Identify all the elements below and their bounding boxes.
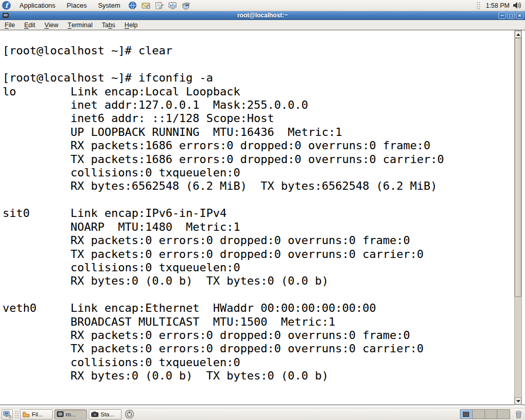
close-button[interactable]: ×: [516, 12, 523, 19]
menu-label: s: [112, 22, 115, 29]
maximize-button[interactable]: □: [507, 12, 515, 19]
spreadsheet-icon[interactable]: [181, 1, 191, 10]
terminal-output: [root@localhost ~]# clear [root@localhos…: [0, 30, 513, 383]
desktop-icon: [3, 411, 11, 418]
power-icon[interactable]: [125, 409, 134, 419]
tasklist-drag-handle[interactable]: [14, 410, 18, 419]
workspace-switcher: [460, 409, 510, 419]
terminal-scrollbar[interactable]: [514, 30, 522, 405]
task-button-terminal[interactable]: ro...: [54, 409, 87, 419]
folder-icon: [23, 411, 30, 417]
menu-applications[interactable]: Applications: [14, 0, 61, 11]
menu-help[interactable]: Help: [120, 20, 143, 30]
menu-edit[interactable]: Edit: [19, 20, 40, 30]
menu-label: iew: [49, 22, 58, 29]
menu-mnemonic: E: [24, 22, 28, 29]
scroll-up-button[interactable]: [515, 31, 521, 38]
workspace-1[interactable]: [460, 410, 473, 418]
menu-mnemonic: b: [109, 22, 112, 29]
terminal-window-body: [root@localhost ~]# clear [root@localhos…: [0, 30, 525, 405]
arrow-down-icon: [516, 400, 520, 403]
menu-label: erminal: [71, 22, 92, 29]
workspace-4[interactable]: [497, 410, 510, 418]
menu-mnemonic: V: [45, 22, 49, 29]
task-button-screenshot[interactable]: Sta...: [89, 409, 122, 419]
terminal-screen[interactable]: [root@localhost ~]# clear [root@localhos…: [0, 30, 513, 405]
volume-speaker-icon[interactable]: [513, 2, 522, 9]
menu-system[interactable]: System: [92, 0, 126, 11]
arrow-up-icon: [516, 33, 520, 36]
applet-drag-handle[interactable]: [476, 1, 480, 10]
camera-icon: [91, 411, 98, 417]
presentation-icon[interactable]: [168, 1, 178, 10]
email-client-icon[interactable]: [141, 1, 151, 10]
distro-logo-icon[interactable]: f: [2, 1, 11, 10]
bottom-taskbar: Fil... ro... Sta...: [0, 408, 525, 420]
menu-mnemonic: F: [5, 22, 9, 29]
trash-icon[interactable]: [515, 410, 522, 418]
task-label: Sta...: [100, 411, 114, 417]
minimize-button[interactable]: −: [498, 12, 506, 19]
menu-mnemonic: T: [68, 22, 72, 29]
menu-label: dit: [29, 22, 35, 29]
terminal-icon: [57, 411, 64, 417]
menu-tabs[interactable]: Tabs: [97, 20, 119, 30]
workspace-3[interactable]: [485, 410, 497, 418]
task-button-file-browser[interactable]: Fil...: [20, 409, 53, 419]
window-title: root@localhost:~: [0, 12, 525, 19]
menu-mnemonic: H: [125, 22, 129, 29]
terminal-menubar: File Edit View Terminal Tabs Help: [0, 20, 525, 30]
scrollbar-thumb[interactable]: [515, 38, 521, 297]
menu-label: ile: [9, 22, 15, 29]
task-label: Fil...: [32, 411, 43, 417]
top-panel: f Applications Places System: [0, 0, 525, 11]
task-label: ro...: [66, 411, 76, 417]
menu-label: elp: [129, 22, 138, 29]
menu-file[interactable]: File: [0, 20, 19, 30]
menu-view[interactable]: View: [40, 20, 63, 30]
menu-places[interactable]: Places: [61, 0, 92, 11]
menu-terminal[interactable]: Terminal: [63, 20, 97, 30]
scroll-down-button[interactable]: [515, 397, 521, 405]
clock-applet[interactable]: 1:58 PM: [482, 2, 513, 9]
web-browser-icon[interactable]: [128, 1, 138, 10]
word-processor-icon[interactable]: [154, 1, 165, 10]
panel-launchers: [128, 1, 191, 10]
show-desktop-button[interactable]: [2, 409, 13, 419]
workspace-2[interactable]: [473, 410, 485, 418]
menu-label: Ta: [102, 22, 108, 29]
window-controls: − □ ×: [498, 12, 523, 19]
window-titlebar[interactable]: root@localhost:~ − □ ×: [0, 11, 525, 20]
